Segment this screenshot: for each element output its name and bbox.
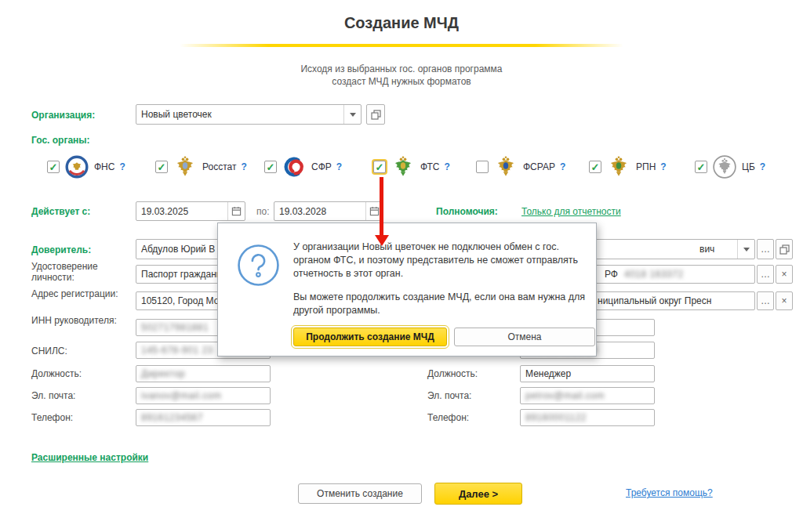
- organization-open-button[interactable]: [366, 104, 385, 125]
- sfr-help-link[interactable]: ?: [336, 161, 342, 172]
- cb-checkbox[interactable]: ✓: [695, 161, 707, 173]
- position-input-right[interactable]: Менеджер: [520, 365, 655, 382]
- gov-item-name: СФР: [311, 161, 332, 172]
- red-arrow-head-icon: [375, 235, 389, 246]
- question-icon: [237, 244, 280, 289]
- page-subtitle: Исходя из выбранных гос. органов програм…: [0, 63, 803, 88]
- validity-label: Действует с:: [31, 206, 90, 217]
- gov-item-name: ЦБ: [742, 161, 755, 172]
- calendar-icon: [231, 206, 242, 216]
- rosstat-help-link[interactable]: ?: [241, 161, 246, 172]
- sfr-emblem-icon: [282, 154, 307, 179]
- powers-label: Полномочия:: [436, 206, 498, 217]
- phone-label: Телефон:: [31, 412, 132, 423]
- email-label-right: Эл. почта:: [427, 390, 528, 401]
- sfr-checkbox[interactable]: ✓: [264, 161, 277, 173]
- position-input-left[interactable]: Директор: [136, 365, 271, 382]
- gov-item-rpn: ✓ РПН ?: [589, 153, 667, 181]
- id-doc-clear-button[interactable]: ×: [776, 265, 793, 284]
- red-arrow-shaft: [380, 177, 383, 237]
- valid-to-label: по:: [256, 206, 270, 217]
- title-divider: [180, 44, 623, 47]
- principal-more-button[interactable]: …: [757, 239, 774, 259]
- rpn-help-link[interactable]: ?: [660, 161, 666, 172]
- gov-item-sfr: ✓ СФР ?: [264, 153, 342, 181]
- open-window-icon: [371, 110, 381, 120]
- cancel-creation-button[interactable]: Отменить создание: [298, 483, 422, 504]
- fsrar-help-link[interactable]: ?: [560, 161, 565, 172]
- gov-item-name: Росстат: [202, 161, 236, 172]
- close-icon: ×: [781, 295, 787, 306]
- fts-help-link[interactable]: ?: [444, 161, 449, 172]
- principal-label: Доверитель:: [31, 244, 91, 255]
- advanced-settings-link[interactable]: Расширенные настройки: [31, 452, 148, 463]
- id-doc-label: Удостоверение личности:: [31, 261, 132, 283]
- gov-item-name: РПН: [636, 161, 656, 172]
- id-doc-more-button[interactable]: …: [757, 265, 774, 284]
- cb-help-link[interactable]: ?: [760, 161, 765, 172]
- position-label: Должность:: [31, 368, 132, 379]
- fns-help-link[interactable]: ?: [119, 161, 125, 172]
- inn-label: ИНН руководителя:: [31, 315, 132, 326]
- continue-creation-button[interactable]: Продолжить создание МЧД: [293, 328, 447, 346]
- chevron-down-icon: [743, 248, 750, 252]
- fns-emblem-icon: [64, 154, 89, 179]
- valid-to-input[interactable]: 19.03.2028: [274, 201, 383, 221]
- cb-emblem-icon: [712, 154, 737, 179]
- principal-open-button[interactable]: [776, 239, 793, 259]
- chevron-down-icon: [350, 113, 356, 117]
- rpn-emblem-icon: [606, 154, 631, 179]
- organization-label: Организация:: [31, 110, 95, 121]
- snils-label: СНИЛС:: [31, 346, 132, 356]
- principal-dropdown-button[interactable]: [737, 240, 754, 259]
- address-clear-button[interactable]: ×: [776, 291, 793, 310]
- gov-item-cb: ✓ ЦБ ?: [695, 153, 765, 181]
- page-title: Создание МЧД: [0, 14, 803, 32]
- phone-input-right[interactable]: 89160001122: [520, 409, 655, 426]
- fsrar-emblem-icon: [493, 154, 518, 179]
- gov-item-name: ФНС: [94, 161, 114, 172]
- address-more-button[interactable]: …: [757, 291, 774, 310]
- phone-label-right: Телефон:: [427, 412, 528, 423]
- gov-item-name: ФСРАР: [523, 161, 555, 172]
- fts-warning-dialog: У организации Новый цветочек не подключе…: [217, 223, 597, 356]
- rosstat-checkbox[interactable]: ✓: [155, 161, 168, 173]
- gov-item-name: ФТС: [420, 161, 439, 172]
- rosstat-emblem-icon: [173, 154, 198, 179]
- fts-emblem-icon: [391, 154, 416, 179]
- calendar-icon: [369, 206, 380, 216]
- dialog-cancel-button[interactable]: Отмена: [454, 328, 595, 346]
- organization-dropdown-button[interactable]: [343, 105, 361, 124]
- help-link[interactable]: Требуется помощь?: [626, 487, 713, 498]
- fts-checkbox[interactable]: ✓: [373, 161, 386, 173]
- powers-link[interactable]: Только для отчетности: [521, 206, 621, 217]
- gov-item-fsrar: ФСРАР ?: [476, 153, 565, 181]
- gov-bodies-label: Гос. органы:: [31, 135, 90, 146]
- email-label: Эл. почта:: [31, 390, 132, 401]
- valid-from-input[interactable]: 19.03.2025: [136, 201, 245, 221]
- rpn-checkbox[interactable]: ✓: [589, 161, 601, 173]
- fsrar-checkbox[interactable]: [476, 161, 489, 173]
- email-input-right[interactable]: petrov@mail.com: [520, 387, 655, 404]
- email-input-left[interactable]: ivanov@mail.com: [136, 387, 271, 404]
- dialog-message: У организации Новый цветочек не подключе…: [293, 241, 588, 317]
- position-label-right: Должность:: [427, 368, 528, 379]
- fns-checkbox[interactable]: ✓: [47, 161, 60, 173]
- create-mchd-page: Создание МЧД Исходя из выбранных гос. ор…: [0, 0, 803, 532]
- address-label: Адрес регистрации:: [31, 288, 132, 299]
- organization-input[interactable]: Новый цветочек: [136, 104, 362, 125]
- close-icon: ×: [781, 269, 787, 280]
- valid-from-calendar-button[interactable]: [227, 202, 245, 220]
- gov-item-fns: ✓ ФНС ?: [47, 153, 125, 181]
- gov-item-rosstat: ✓ Росстат ?: [155, 153, 247, 181]
- open-window-icon: [779, 244, 790, 255]
- gov-item-fts: ✓ ФТС ?: [373, 153, 450, 181]
- phone-input-left[interactable]: 89161234567: [136, 409, 271, 426]
- next-button[interactable]: Далее >: [434, 483, 522, 505]
